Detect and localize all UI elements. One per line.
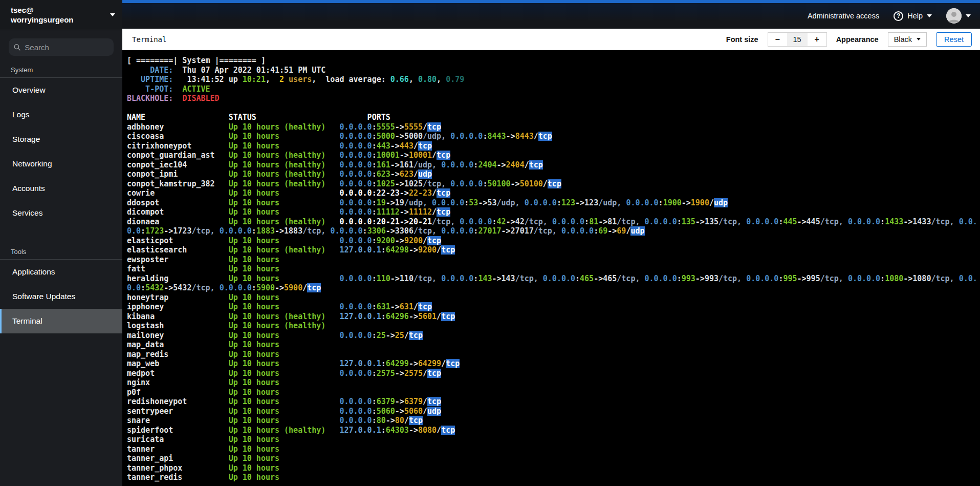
sidebar-item-applications[interactable]: Applications [0,260,122,284]
search-icon [14,44,20,51]
user-icon [946,8,962,24]
page-title: Terminal [132,35,166,44]
terminal-line: ipphoney Up 10 hours 0.0.0.0:631->631/tc… [127,302,980,312]
help-label: Help [907,12,923,20]
terminal-line: cowrie Up 10 hours 0.0.0.0:22-23->22-23/… [127,188,980,198]
chevron-down-icon [110,13,115,16]
terminal-line: DATE: Thu 07 Apr 2022 01:41:51 PM UTC [127,66,980,75]
font-size-label: Font size [726,35,758,44]
terminal-line: spiderfoot Up 10 hours (healthy) 127.0.0… [127,426,980,435]
sidebar-item-logs[interactable]: Logs [0,102,122,127]
terminal-line: NAME STATUS PORTS [127,113,980,122]
question-circle-icon: ? [894,11,903,21]
terminal-line: snare Up 10 hours 0.0.0.0:80->80/tcp [127,416,980,426]
terminal-line: p0f Up 10 hours [127,388,980,397]
font-size-stepper: − 15 + [768,32,827,47]
terminal-line: UPTIME: 13:41:52 up 10:21, 2 users, load… [127,75,980,84]
terminal-line: map_web Up 10 hours 127.0.0.1:64299->642… [127,359,980,369]
host-user: tsec@ [11,5,74,15]
terminal-line: logstash Up 10 hours (healthy) [127,321,980,331]
search-input[interactable] [25,43,108,52]
terminal-line: honeytrap Up 10 hours [127,293,980,303]
terminal-line [127,103,980,113]
sidebar-search[interactable] [9,38,114,56]
sidebar: tsec@ worryingsurgeon System Overview Lo… [0,0,122,486]
terminal-line: dicompot Up 10 hours 0.0.0.0:11112->1111… [127,207,980,217]
terminal-line: heralding Up 10 hours 0.0.0.0:110->110/t… [127,274,980,284]
terminal-line: 0.0:5432->5432/tcp, 0.0.0.0:5900->5900/t… [127,283,980,293]
administrative-access-label: Administrative access [808,12,879,20]
terminal-line: 0.0:1723->1723/tcp, 0.0.0.0:1883->1883/t… [127,226,980,236]
sidebar-nav: System Overview Logs Storage Networking … [0,59,122,333]
terminal-line: tanner Up 10 hours [127,445,980,454]
nav-section-system: System [0,59,122,77]
administrative-access-button[interactable]: Administrative access [808,12,879,20]
appearance-value: Black [894,35,912,44]
terminal-line: conpot_kamstrup_382 Up 10 hours (healthy… [127,179,980,189]
terminal-line: map_data Up 10 hours [127,340,980,350]
terminal-line: fatt Up 10 hours [127,264,980,274]
terminal-line: conpot_ipmi Up 10 hours (healthy) 0.0.0.… [127,170,980,179]
reset-button[interactable]: Reset [936,32,972,47]
sidebar-item-terminal[interactable]: Terminal [0,309,122,333]
terminal-line: elasticpot Up 10 hours 0.0.0.0:9200->920… [127,236,980,246]
terminal-line: ddospot Up 10 hours 0.0.0.0:19->19/udp, … [127,198,980,208]
chevron-down-icon [917,38,921,40]
terminal-line: redishoneypot Up 10 hours 0.0.0.0:6379->… [127,397,980,407]
chevron-down-icon [927,14,932,17]
terminal-line: adbhoney Up 10 hours (healthy) 0.0.0.0:5… [127,122,980,132]
terminal-line: ewsposter Up 10 hours [127,255,980,265]
terminal-line: dionaea Up 10 hours (healthy) 0.0.0.0:20… [127,217,980,227]
terminal-line: BLACKHOLE: DISABLED [127,94,980,103]
terminal-line: nginx Up 10 hours [127,378,980,388]
terminal-line: [ ========| System |======== ] [127,56,980,66]
sidebar-item-overview[interactable]: Overview [0,78,122,102]
terminal-output[interactable]: [ ========| System |======== ] DATE: Thu… [122,50,980,486]
masthead: Administrative access ? Help [122,0,980,29]
terminal-line: map_redis Up 10 hours [127,350,980,360]
terminal-line: mailoney Up 10 hours 0.0.0.0:25->25/tcp [127,331,980,341]
terminal-line: tanner_phpox Up 10 hours [127,463,980,473]
terminal-line: tanner_redis Up 10 hours [127,473,980,482]
terminal-line: kibana Up 10 hours (healthy) 127.0.0.1:6… [127,312,980,322]
font-size-value: 15 [787,33,808,46]
font-size-increase-button[interactable]: + [808,33,826,46]
nav-section-tools: Tools [0,241,122,259]
sidebar-item-storage[interactable]: Storage [0,127,122,152]
help-menu-button[interactable]: ? Help [894,11,932,21]
terminal-line: conpot_iec104 Up 10 hours (healthy) 0.0.… [127,160,980,170]
sidebar-item-accounts[interactable]: Accounts [0,176,122,201]
main-area: Administrative access ? Help Termin [122,0,980,486]
sidebar-item-software-updates[interactable]: Software Updates [0,284,122,309]
terminal-page-header: Terminal Font size − 15 + Appearance Bla… [122,29,980,50]
font-size-decrease-button[interactable]: − [768,33,787,46]
chevron-down-icon [966,14,971,17]
host-switcher[interactable]: tsec@ worryingsurgeon [0,0,122,30]
terminal-line: elasticsearch Up 10 hours (healthy) 127.… [127,245,980,255]
sidebar-item-networking[interactable]: Networking [0,152,122,176]
terminal-line: tanner_api Up 10 hours [127,454,980,463]
terminal-line: sentrypeer Up 10 hours 0.0.0.0:5060->506… [127,407,980,416]
sidebar-item-services[interactable]: Services [0,201,122,225]
appearance-label: Appearance [836,35,879,44]
appearance-select[interactable]: Black [888,32,927,47]
avatar [946,8,962,24]
terminal-line: T-POT: ACTIVE [127,84,980,94]
host-label: tsec@ worryingsurgeon [11,5,74,25]
terminal-line: citrixhoneypot Up 10 hours 0.0.0.0:443->… [127,141,980,151]
terminal-line: medpot Up 10 hours 0.0.0.0:2575->2575/tc… [127,369,980,378]
user-menu-button[interactable] [946,8,971,24]
terminal-line: conpot_guardian_ast Up 10 hours (healthy… [127,151,980,160]
app-window: tsec@ worryingsurgeon System Overview Lo… [0,0,980,486]
host-name: worryingsurgeon [11,15,74,25]
terminal-toolbar: Font size − 15 + Appearance Black Reset [726,32,972,47]
terminal-line: suricata Up 10 hours [127,435,980,445]
terminal-line: ciscoasa Up 10 hours 0.0.0.0:5000->5000/… [127,132,980,141]
